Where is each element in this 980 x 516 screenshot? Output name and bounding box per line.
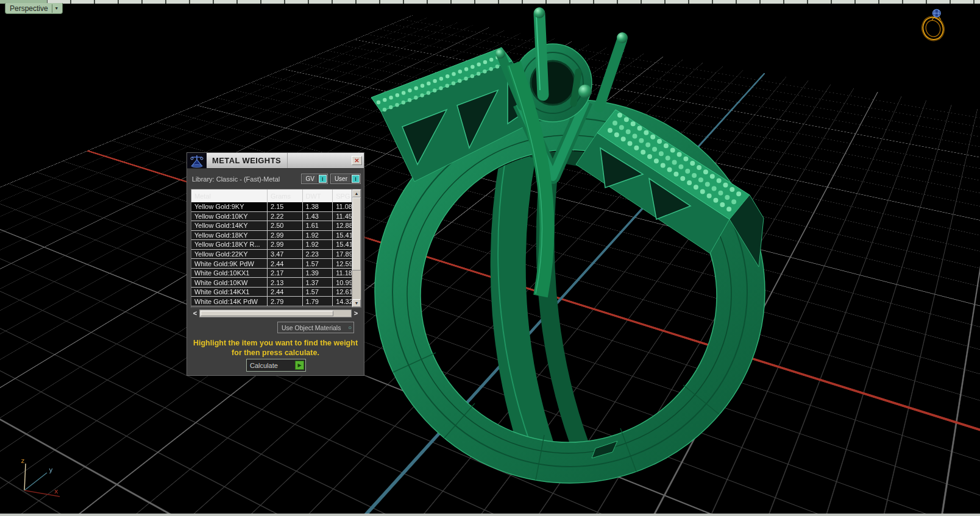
user-toggle[interactable]: I bbox=[352, 175, 360, 183]
column-header-dwt[interactable]: DWT bbox=[303, 189, 333, 202]
table-cell: Yellow Gold:14KY bbox=[191, 221, 268, 230]
table-row[interactable]: Yellow Gold:10KY2.221.4311.45 bbox=[191, 212, 352, 222]
chevron-up-icon: ▲ bbox=[355, 191, 359, 196]
table-cell: 12.88 bbox=[333, 221, 352, 230]
table-row[interactable]: Yellow Gold:18KY2.991.9215.41 bbox=[191, 231, 352, 241]
use-object-materials-toggle[interactable]: Use Object Materials ○ bbox=[277, 322, 354, 333]
table-cell: 17.89 bbox=[333, 250, 352, 259]
table-cell: White Gold:14K PdW bbox=[191, 297, 268, 306]
table-cell: White Gold:10KW bbox=[191, 278, 268, 287]
scroll-left-button[interactable]: < bbox=[191, 309, 199, 317]
table-cell: White Gold:9K PdW bbox=[191, 259, 268, 268]
close-button[interactable]: ✕ bbox=[352, 156, 362, 165]
metal-weights-dialog: METAL WEIGHTS ✕ Library: Classic - (Fast… bbox=[186, 152, 364, 376]
table-cell: 11.18 bbox=[333, 269, 352, 278]
table-cell: 11.45 bbox=[333, 212, 352, 221]
toolbar-edge-strip bbox=[0, 0, 980, 4]
table-row[interactable]: White Gold:10KX12.171.3911.18 bbox=[191, 269, 352, 278]
table-cell: 1.92 bbox=[303, 240, 333, 249]
calculate-button-label: Calculate bbox=[250, 362, 295, 369]
column-header-spg[interactable]: SPG bbox=[333, 189, 352, 202]
column-header-metal[interactable]: Metal bbox=[191, 189, 268, 202]
viewport-tab-perspective[interactable]: Perspective ▼ bbox=[5, 3, 63, 14]
radio-icon: ○ bbox=[348, 325, 352, 331]
instruction-text: Highlight the item you want to find the … bbox=[187, 338, 364, 358]
horizontal-scroll-thumb[interactable] bbox=[201, 311, 333, 316]
table-row[interactable]: Yellow Gold:22KY3.472.2317.89 bbox=[191, 250, 352, 260]
table-cell: 2.13 bbox=[268, 278, 303, 287]
scroll-up-button[interactable]: ▲ bbox=[352, 189, 361, 197]
play-icon: ▶ bbox=[295, 361, 304, 370]
gv-button[interactable]: GV I bbox=[301, 174, 327, 184]
table-row[interactable]: White Gold:14K PdW2.791.7914.32 bbox=[191, 297, 352, 306]
status-bar-edge bbox=[0, 514, 980, 516]
table-cell: Yellow Gold:18KY R... bbox=[191, 240, 268, 249]
dialog-titlebar[interactable]: METAL WEIGHTS ✕ bbox=[187, 153, 364, 169]
table-cell: 12.59 bbox=[333, 259, 352, 268]
table-cell: 2.99 bbox=[268, 231, 303, 240]
user-button-label: User bbox=[332, 175, 350, 183]
table-cell: 2.23 bbox=[303, 250, 333, 259]
viewport-tab-label: Perspective bbox=[10, 4, 52, 13]
z-axis-label: z bbox=[21, 457, 25, 465]
table-cell: 2.44 bbox=[268, 259, 303, 268]
horizontal-scrollbar[interactable] bbox=[199, 309, 352, 317]
table-row[interactable]: Yellow Gold:9KY2.151.3811.08 bbox=[191, 202, 352, 212]
gv-toggle[interactable]: I bbox=[319, 175, 327, 183]
table-cell: White Gold:10KX1 bbox=[191, 269, 268, 278]
table-row[interactable]: White Gold:10KW2.131.3710.99 bbox=[191, 278, 352, 288]
table-cell: 10.99 bbox=[333, 278, 352, 287]
scroll-right-button[interactable]: > bbox=[352, 309, 360, 317]
table-cell: 2.50 bbox=[268, 221, 303, 230]
user-button[interactable]: User I bbox=[330, 174, 361, 184]
table-cell: 12.61 bbox=[333, 288, 352, 297]
chevron-down-icon[interactable]: ▼ bbox=[52, 4, 61, 13]
ring-logo-icon bbox=[915, 6, 951, 44]
table-cell: 1.38 bbox=[303, 202, 333, 211]
chevron-down-icon: ▼ bbox=[355, 301, 359, 305]
vertical-scroll-track[interactable] bbox=[352, 197, 361, 299]
table-row[interactable]: White Gold:9K PdW2.441.5712.59 bbox=[191, 259, 352, 269]
table-cell: 14.32 bbox=[333, 297, 352, 306]
table-cell: 11.08 bbox=[333, 202, 352, 211]
table-cell: 1.79 bbox=[303, 297, 333, 306]
table-cell: 1.61 bbox=[303, 221, 333, 230]
table-cell: 1.57 bbox=[303, 288, 333, 297]
scale-icon bbox=[187, 153, 207, 168]
table-cell: 2.15 bbox=[268, 202, 303, 211]
table-cell: 2.17 bbox=[268, 269, 303, 278]
table-cell: Yellow Gold:10KY bbox=[191, 212, 268, 221]
y-axis-label: y bbox=[49, 466, 53, 474]
table-cell: 2.44 bbox=[268, 288, 303, 297]
dialog-title: METAL WEIGHTS bbox=[207, 153, 281, 168]
vertical-scroll-thumb[interactable] bbox=[352, 197, 361, 270]
table-cell: 1.57 bbox=[303, 259, 333, 268]
table-row[interactable]: Yellow Gold:18KY R...2.991.9215.41 bbox=[191, 240, 352, 250]
table-cell: White Gold:14KX1 bbox=[191, 288, 268, 297]
table-cell: 15.41 bbox=[333, 231, 352, 240]
vertical-scrollbar[interactable]: ▲ ▼ bbox=[352, 189, 361, 307]
scroll-down-button[interactable]: ▼ bbox=[352, 299, 361, 307]
table-cell: 1.37 bbox=[303, 278, 333, 287]
library-label: Library: Classic - (Fast)-Metal bbox=[192, 175, 299, 183]
table-cell: 2.79 bbox=[268, 297, 303, 306]
table-row[interactable]: White Gold:14KX12.441.5712.61 bbox=[191, 288, 352, 297]
table-row[interactable]: Yellow Gold:14KY2.501.6112.88 bbox=[191, 221, 352, 231]
table-cell: 1.92 bbox=[303, 231, 333, 240]
application-window: z y x Perspective ▼ METAL WEIGHTS bbox=[0, 0, 980, 516]
table-cell: Yellow Gold:22KY bbox=[191, 250, 268, 259]
close-icon: ✕ bbox=[354, 158, 359, 164]
metal-table-body: Yellow Gold:9KY2.151.3811.08Yellow Gold:… bbox=[191, 202, 352, 306]
table-cell: 3.47 bbox=[268, 250, 303, 259]
table-cell: 2.22 bbox=[268, 212, 303, 221]
table-header: Metal Grams DWT SPG bbox=[191, 189, 352, 202]
x-axis-label: x bbox=[54, 487, 59, 495]
axis-gizmo: z y x bbox=[15, 456, 67, 501]
table-cell: 2.99 bbox=[268, 240, 303, 249]
gv-button-label: GV bbox=[302, 175, 317, 183]
table-cell: Yellow Gold:18KY bbox=[191, 231, 268, 240]
column-header-grams[interactable]: Grams bbox=[268, 189, 303, 202]
table-cell: 1.39 bbox=[303, 269, 333, 278]
table-cell: Yellow Gold:9KY bbox=[191, 202, 268, 211]
calculate-button[interactable]: Calculate ▶ bbox=[246, 359, 306, 372]
